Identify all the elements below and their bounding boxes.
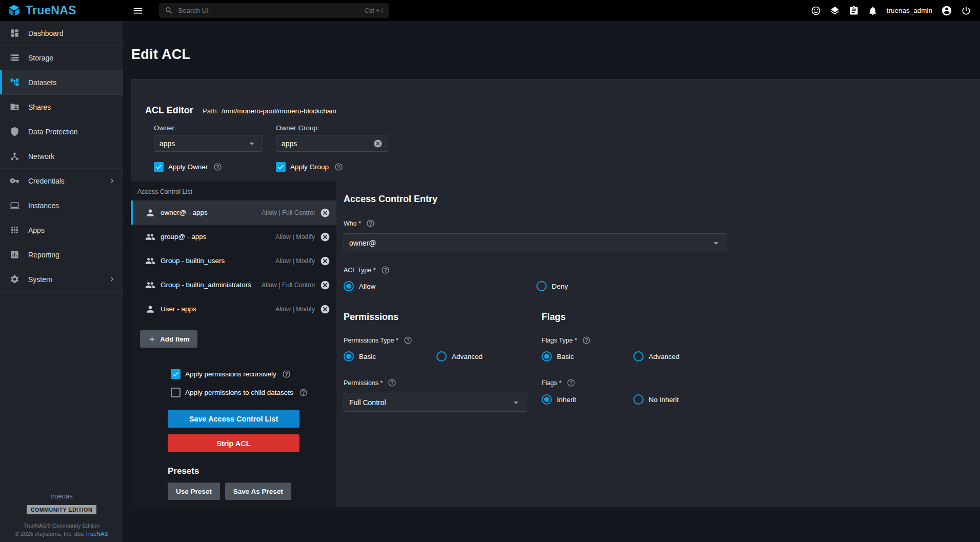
save-acl-button[interactable]: Save Access Control List xyxy=(168,410,299,428)
strip-acl-button[interactable]: Strip ACL xyxy=(168,434,299,452)
menu-button[interactable] xyxy=(132,5,144,16)
child-datasets-checkbox[interactable]: Apply permissions to child datasets xyxy=(171,388,336,397)
owner-value: apps xyxy=(159,139,246,148)
help-icon[interactable] xyxy=(388,378,396,387)
sidebar-item-network[interactable]: Network xyxy=(0,144,123,169)
entry-who: User - apps xyxy=(161,305,270,313)
apply-group-checkbox[interactable]: Apply Group xyxy=(276,162,343,172)
radio-permissions-advanced[interactable]: Advanced xyxy=(436,351,483,362)
clear-owner-group-icon[interactable] xyxy=(373,139,383,148)
remove-entry-icon[interactable] xyxy=(320,280,330,290)
radio-label: Basic xyxy=(557,353,574,360)
entry-permission: Allow | Full Control xyxy=(262,282,315,289)
radio-inherit[interactable]: Inherit xyxy=(542,394,633,405)
help-icon[interactable] xyxy=(299,388,308,397)
acl-editor-header: ACL Editor Path:/mnt/monero-pool/monero-… xyxy=(131,79,980,182)
page-title: Edit ACL xyxy=(131,47,980,63)
checkin-button[interactable] xyxy=(830,6,840,16)
radio-deny[interactable]: Deny xyxy=(536,281,568,291)
shield-icon xyxy=(10,127,19,136)
sidebar-item-label: Datasets xyxy=(28,78,56,87)
jobs-button[interactable] xyxy=(849,6,859,16)
owner-group-input[interactable]: apps xyxy=(276,135,388,152)
radio-unchecked-icon xyxy=(436,351,447,362)
recursive-checkbox[interactable]: Apply permissions recursively xyxy=(171,369,336,379)
copyright-link[interactable]: TrueNAS xyxy=(85,531,108,537)
entry-who: Group - builtin_users xyxy=(161,257,270,265)
who-select[interactable]: owner@ xyxy=(344,233,727,252)
acl-entry-row[interactable]: group@ - apps Allow | Modify xyxy=(131,225,336,249)
sidebar-item-instances[interactable]: Instances xyxy=(0,193,123,218)
acl-type-label-row: ACL Type * xyxy=(344,266,965,274)
search-placeholder: Search UI xyxy=(178,7,360,14)
remove-entry-icon[interactable] xyxy=(320,304,330,314)
power-button[interactable] xyxy=(961,6,971,16)
save-as-preset-button[interactable]: Save As Preset xyxy=(225,483,291,500)
sidebar-item-credentials[interactable]: Credentials xyxy=(0,169,123,193)
user-menu-button[interactable] xyxy=(941,5,952,16)
checkbox-checked-icon xyxy=(276,162,286,172)
sidebar-item-label: Instances xyxy=(28,202,59,210)
radio-checked-icon xyxy=(344,351,354,362)
recursive-label: Apply permissions recursively xyxy=(185,370,276,378)
sidebar-item-system[interactable]: System xyxy=(0,267,123,292)
acl-editor-card: ACL Editor Path:/mnt/monero-pool/monero-… xyxy=(131,79,980,507)
apply-owner-checkbox[interactable]: Apply Owner xyxy=(154,162,263,172)
remove-entry-icon[interactable] xyxy=(320,256,330,266)
help-icon[interactable] xyxy=(404,336,412,345)
smiley-icon xyxy=(811,6,821,16)
truenas-logo-icon xyxy=(7,4,21,17)
acl-entry-row[interactable]: owner@ - apps Allow | Full Control xyxy=(131,200,336,225)
help-icon[interactable] xyxy=(582,336,591,345)
owner-select[interactable]: apps xyxy=(154,135,263,152)
hamburger-icon xyxy=(132,5,144,16)
radio-permissions-basic[interactable]: Basic xyxy=(344,351,436,362)
acl-entry-row[interactable]: Group - builtin_users Allow | Modify xyxy=(131,249,336,273)
feedback-button[interactable] xyxy=(811,6,821,16)
permissions-select[interactable]: Full Control xyxy=(344,393,527,412)
help-icon[interactable] xyxy=(567,378,575,387)
help-icon[interactable] xyxy=(282,370,291,378)
search-input[interactable]: Search UI Ctrl + / xyxy=(159,3,389,18)
radio-label: No Inherit xyxy=(649,396,679,404)
flags-column: Flags Flags Type * Basic xyxy=(542,312,965,412)
dropdown-arrow-icon xyxy=(246,138,257,149)
add-item-button[interactable]: Add Item xyxy=(140,330,197,348)
remove-entry-icon[interactable] xyxy=(320,232,330,242)
notifications-button[interactable] xyxy=(868,6,878,16)
brand[interactable]: TrueNAS xyxy=(0,4,123,17)
chevron-right-icon xyxy=(108,275,116,284)
help-icon[interactable] xyxy=(381,266,390,274)
sidebar-item-shares[interactable]: Shares xyxy=(0,95,123,119)
help-icon[interactable] xyxy=(213,163,222,171)
radio-unchecked-icon xyxy=(633,351,644,362)
sidebar-item-dashboard[interactable]: Dashboard xyxy=(0,21,123,46)
bell-icon xyxy=(868,6,878,16)
network-hub-icon xyxy=(10,151,19,161)
permissions-label: Permissions * xyxy=(344,379,383,387)
acl-entry-row[interactable]: User - apps Allow | Modify xyxy=(131,297,336,321)
permissions-heading: Permissions xyxy=(344,312,542,323)
radio-allow[interactable]: Allow xyxy=(344,281,536,291)
radio-flags-basic[interactable]: Basic xyxy=(542,351,633,362)
account-icon xyxy=(941,5,952,16)
person-icon xyxy=(145,304,155,314)
sidebar-item-data-protection[interactable]: Data Protection xyxy=(0,119,123,144)
radio-flags-advanced[interactable]: Advanced xyxy=(633,351,679,362)
use-preset-button[interactable]: Use Preset xyxy=(168,483,220,500)
who-label-row: Who * xyxy=(344,219,965,228)
help-icon[interactable] xyxy=(334,163,343,171)
entry-who: Group - builtin_administrators xyxy=(161,281,256,289)
entry-who: owner@ - apps xyxy=(161,209,256,216)
sidebar-item-storage[interactable]: Storage xyxy=(0,46,123,70)
radio-no-inherit[interactable]: No Inherit xyxy=(633,394,679,405)
sidebar-item-reporting[interactable]: Reporting xyxy=(0,243,123,267)
sidebar-item-apps[interactable]: Apps xyxy=(0,218,123,243)
help-icon[interactable] xyxy=(366,219,375,228)
permissions-type-label: Permissions Type * xyxy=(344,337,398,344)
remove-entry-icon[interactable] xyxy=(320,208,330,218)
radio-checked-icon xyxy=(542,394,552,405)
acl-entry-row[interactable]: Group - builtin_administrators Allow | F… xyxy=(131,273,336,297)
sidebar-item-label: Storage xyxy=(28,54,53,62)
sidebar-item-datasets[interactable]: Datasets xyxy=(0,70,123,95)
